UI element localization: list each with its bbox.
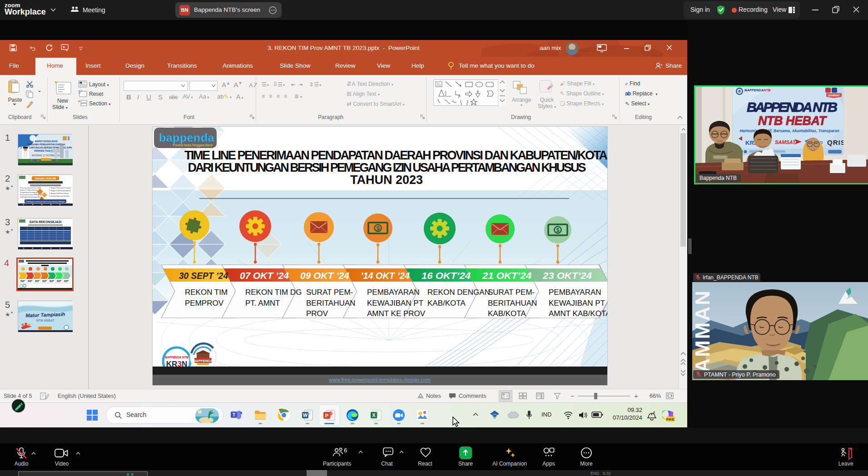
svg-text:PEMPROV: PEMPROV xyxy=(185,299,224,307)
svg-text:Peraturan turunan PERDA utk: Peraturan turunan PERDA utk xyxy=(20,194,42,196)
svg-text:09 OKT ʼ24: 09 OKT ʼ24 xyxy=(300,270,349,281)
svg-text:KAB/KOTA: KAB/KOTA xyxy=(488,309,526,318)
svg-text:BERSAMA PENDAPATAN DAERAH: BERSAMA PENDAPATAN DAERAH xyxy=(28,143,65,146)
svg-text:PEMBAYARAN: PEMBAYARAN xyxy=(549,288,601,297)
svg-text:DASAR HUKUM: DASAR HUKUM xyxy=(35,177,55,180)
svg-text:z: z xyxy=(651,412,653,416)
svg-text:AMNT KE PROV: AMNT KE PROV xyxy=(367,309,426,318)
svg-text:REKON TIM: REKON TIM xyxy=(185,288,228,297)
svg-text:$: $ xyxy=(376,225,380,232)
svg-text:BAPPENDA NTB: BAPPENDA NTB xyxy=(165,356,188,359)
svg-text:NTB HEBAT: NTB HEBAT xyxy=(758,114,828,128)
svg-text:ʼ14 OKT ʼ24: ʼ14 OKT ʼ24 xyxy=(361,270,410,281)
svg-text:T: T xyxy=(233,412,235,417)
svg-text:07 OKT ʼ24: 07 OKT ʼ24 xyxy=(240,270,289,281)
svg-text:Nomor 3 Tahun 2020 ttg: Nomor 3 Tahun 2020 ttg xyxy=(20,189,38,191)
svg-text:W: W xyxy=(303,412,308,418)
svg-text:P: P xyxy=(325,413,328,418)
svg-text:DATA REKONSILIASI: DATA REKONSILIASI xyxy=(30,220,61,223)
svg-text:PEMBAYARAN: PEMBAYARAN xyxy=(367,288,420,297)
svg-text:TIME LINE PENERIMAAN PENDAPATA: TIME LINE PENERIMAAN PENDAPATAN DAERAH P… xyxy=(184,149,607,162)
svg-text:3. Bagian Kab/Kota lainnya: 3. Bagian Kab/Kota lainnya xyxy=(49,193,69,194)
svg-text:PT. AMNT: PT. AMNT xyxy=(245,299,280,307)
svg-text:BERITAHUAN: BERITAHUAN xyxy=(488,299,537,307)
svg-text:SAMSAT: SAMSAT xyxy=(828,94,840,97)
svg-text:Pembagian sesuai peraturan per: Pembagian sesuai peraturan perundang-und… xyxy=(26,201,65,203)
svg-text:23 OKTʼ24: 23 OKTʼ24 xyxy=(542,270,592,281)
svg-text:BAPPENDA NTB: BAPPENDA NTB xyxy=(747,99,838,114)
svg-text:RAPAT SOSIALISASI: RAPAT SOSIALISASI xyxy=(35,140,58,143)
svg-text:NTB HEBAT: NTB HEBAT xyxy=(36,319,55,322)
svg-text:30 SEPT ʼ24: 30 SEPT ʼ24 xyxy=(179,270,228,281)
svg-text:Peraturan Daerah Prov. NTB: Peraturan Daerah Prov. NTB xyxy=(20,187,41,189)
svg-text:SURAT PEM-: SURAT PEM- xyxy=(306,288,353,297)
svg-text:AMMAN: AMMAN xyxy=(692,289,714,373)
svg-text:SURAT PEM-: SURAT PEM- xyxy=(488,288,535,297)
svg-text:$: $ xyxy=(556,227,560,233)
svg-text:KEWAJIBAN PT: KEWAJIBAN PT xyxy=(549,299,605,307)
svg-text:SAMSAT: SAMSAT xyxy=(775,139,796,145)
svg-text:4. Sesuai ketentuan berlaku: 4. Sesuai ketentuan berlaku xyxy=(49,195,69,197)
svg-text:Bappenda NTB: Bappenda NTB xyxy=(699,175,737,181)
svg-text:AMNT KAB/KOTA: AMNT KAB/KOTA xyxy=(549,309,607,318)
svg-text:1. Bagian Pemerintah Provinsi: 1. Bagian Pemerintah Provinsi xyxy=(49,187,71,189)
svg-text:REKON DENGAN: REKON DENGAN xyxy=(427,288,490,297)
svg-text:KEWAJIBAN PT: KEWAJIBAN PT xyxy=(367,299,423,307)
svg-text:2. Bagian Kab/Kota penghasil: 2. Bagian Kab/Kota penghasil xyxy=(49,190,71,192)
svg-text:21 OKTʼ24: 21 OKTʼ24 xyxy=(482,270,531,281)
svg-text:BERITAHUAN: BERITAHUAN xyxy=(306,299,355,307)
svg-text:BAPPENDA: BAPPENDA xyxy=(193,359,213,363)
svg-text:PRE: PRE xyxy=(666,417,675,421)
svg-text:PROV: PROV xyxy=(306,309,328,318)
svg-text:KAB/KOTA: KAB/KOTA xyxy=(427,299,466,307)
svg-text:www.free-powerpoint-templates-: www.free-powerpoint-templates-design.com xyxy=(328,377,431,382)
svg-text:QRIS: QRIS xyxy=(827,139,846,146)
svg-text:A: A xyxy=(249,82,253,89)
svg-text:X: X xyxy=(372,412,375,418)
svg-text:Provinsi Nusa Tenggara Barat: Provinsi Nusa Tenggara Barat xyxy=(173,144,213,147)
svg-text:REKON TIM DG: REKON TIM DG xyxy=(245,288,302,297)
svg-text:BAPPENDANTB: BAPPENDANTB xyxy=(744,88,771,92)
svg-text:Harmonis, Efektif, Bersama, Ak: Harmonis, Efektif, Bersama, Akuntabilita… xyxy=(739,129,839,133)
svg-text:DARI KEUNTUNGAN BERSIH PEMEGAN: DARI KEUNTUNGAN BERSIH PEMEGANG IZIN USA… xyxy=(188,161,586,174)
svg-text:16 OKTʼ24: 16 OKTʼ24 xyxy=(422,270,471,281)
svg-text:TAHUN 2023: TAHUN 2023 xyxy=(350,173,423,187)
svg-text:PTAMNT - Priyo P. Pramono: PTAMNT - Priyo P. Pramono xyxy=(704,372,776,378)
svg-text:pembagian Keuntungan Bersih: pembagian Keuntungan Bersih xyxy=(20,196,42,198)
svg-text:bappenda: bappenda xyxy=(159,131,215,144)
svg-text:z: z xyxy=(653,410,655,414)
